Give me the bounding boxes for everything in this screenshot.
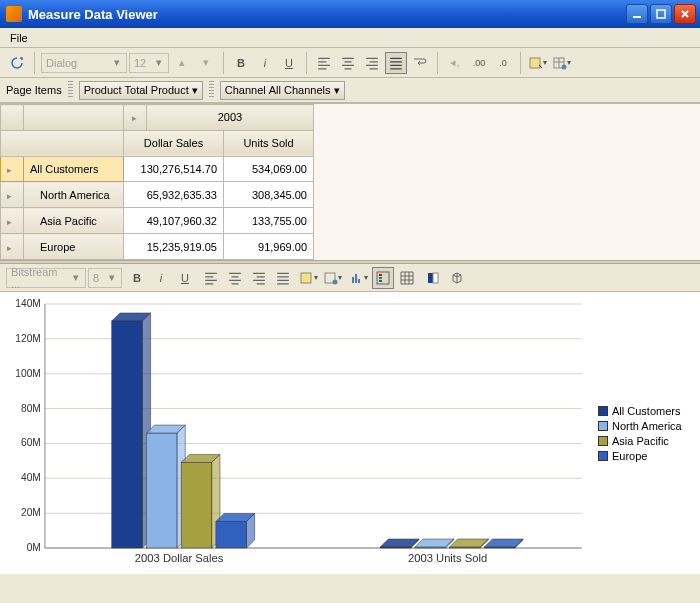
align-center-icon[interactable] xyxy=(337,52,359,74)
chart-italic-button[interactable]: i xyxy=(150,267,172,289)
app-icon xyxy=(6,6,22,22)
format-table-icon[interactable]: ▾ xyxy=(551,52,573,74)
align-left-icon[interactable] xyxy=(313,52,335,74)
svg-point-7 xyxy=(333,279,338,284)
chart-align-center-icon[interactable] xyxy=(224,267,246,289)
svg-rect-38 xyxy=(146,433,177,548)
corner-cell xyxy=(1,105,24,131)
menu-file[interactable]: File xyxy=(4,30,34,46)
wrap-text-icon[interactable] xyxy=(409,52,431,74)
legend-toggle-icon[interactable] xyxy=(372,267,394,289)
italic-button[interactable]: i xyxy=(254,52,276,74)
toolbar-formatting: Dialog▾ 12▾ ▴ ▾ B i U ◂, .00 .0 ▾ ▾ xyxy=(0,48,700,78)
data-grid[interactable]: ▸ 2003 Dollar Sales Units Sold ▸ All Cus… xyxy=(0,104,314,260)
chart-font-family-select[interactable]: Bitstream ...▾ xyxy=(6,268,86,288)
decimal-decrease-icon[interactable]: .0 xyxy=(492,52,514,74)
col-dollar-sales[interactable]: Dollar Sales xyxy=(124,130,224,156)
chart-properties-icon[interactable]: ▾ xyxy=(322,267,344,289)
row-expand-icon[interactable]: ▸ xyxy=(1,156,24,182)
legend-item[interactable]: All Customers xyxy=(598,405,694,417)
chart-bold-button[interactable]: B xyxy=(126,267,148,289)
3d-view-icon[interactable] xyxy=(446,267,468,289)
svg-point-4 xyxy=(562,64,567,69)
svg-rect-41 xyxy=(181,462,212,548)
cell-value[interactable]: 308,345.00 xyxy=(224,182,314,208)
window-title: Measure Data Viewer xyxy=(28,7,626,22)
chart-align-left-icon[interactable] xyxy=(200,267,222,289)
chevron-down-icon: ▾ xyxy=(192,84,198,97)
cell-value[interactable]: 65,932,635.33 xyxy=(124,182,224,208)
col-year[interactable]: 2003 xyxy=(147,105,314,131)
page-item-channel[interactable]: Channel All Channels ▾ xyxy=(220,81,345,100)
legend-item[interactable]: North America xyxy=(598,420,694,432)
maximize-button[interactable] xyxy=(650,4,672,24)
row-europe[interactable]: Europe xyxy=(24,234,124,260)
grip-icon[interactable] xyxy=(209,81,214,99)
svg-text:20M: 20M xyxy=(21,507,41,518)
legend-item[interactable]: Europe xyxy=(598,450,694,462)
svg-rect-15 xyxy=(428,273,433,283)
cell-value[interactable]: 91,969.00 xyxy=(224,234,314,260)
toolbar-chart: Bitstream ...▾ 8▾ B i U ▾ ▾ ▾ xyxy=(0,264,700,292)
chart-pane: 0M20M40M60M80M100M120M140M2003 Dollar Sa… xyxy=(0,292,700,574)
row-expand-icon[interactable]: ▸ xyxy=(1,234,24,260)
decimal-increase-icon[interactable]: .00 xyxy=(468,52,490,74)
cell-value[interactable]: 133,755.00 xyxy=(224,208,314,234)
svg-text:0M: 0M xyxy=(27,542,41,553)
font-size-increase-icon[interactable]: ▴ xyxy=(171,52,193,74)
row-north-america[interactable]: North America xyxy=(24,182,124,208)
svg-rect-5 xyxy=(301,273,311,283)
align-justify-icon[interactable] xyxy=(385,52,407,74)
svg-rect-11 xyxy=(377,272,389,284)
legend-item[interactable]: Asia Pacific xyxy=(598,435,694,447)
data-grid-pane: ▸ 2003 Dollar Sales Units Sold ▸ All Cus… xyxy=(0,104,700,260)
grip-icon[interactable] xyxy=(68,81,73,99)
svg-text:2003 Units Sold: 2003 Units Sold xyxy=(408,552,487,564)
row-all-customers[interactable]: All Customers xyxy=(24,156,124,182)
row-expand-icon[interactable]: ▸ xyxy=(1,208,24,234)
page-item-product[interactable]: Product Total Product ▾ xyxy=(79,81,203,100)
svg-rect-16 xyxy=(433,273,438,283)
chart-align-right-icon[interactable] xyxy=(248,267,270,289)
svg-rect-12 xyxy=(379,274,382,276)
cell-value[interactable]: 49,107,960.32 xyxy=(124,208,224,234)
row-asia-pacific[interactable]: Asia Pacific xyxy=(24,208,124,234)
svg-rect-0 xyxy=(633,16,641,18)
svg-rect-1 xyxy=(657,10,665,18)
expand-year-icon[interactable]: ▸ xyxy=(124,105,147,131)
cell-value[interactable]: 15,235,919.05 xyxy=(124,234,224,260)
format-cells-icon[interactable]: ▾ xyxy=(527,52,549,74)
page-items-label: Page Items xyxy=(6,84,62,96)
gridlines-icon[interactable] xyxy=(396,267,418,289)
col-units-sold[interactable]: Units Sold xyxy=(224,130,314,156)
svg-text:40M: 40M xyxy=(21,472,41,483)
svg-text:100M: 100M xyxy=(15,368,41,379)
font-family-select[interactable]: Dialog▾ xyxy=(41,53,127,73)
row-expand-icon[interactable]: ▸ xyxy=(1,182,24,208)
svg-text:2003 Dollar Sales: 2003 Dollar Sales xyxy=(135,552,224,564)
minimize-button[interactable] xyxy=(626,4,648,24)
refresh-icon[interactable] xyxy=(6,52,28,74)
fill-color-icon[interactable] xyxy=(422,267,444,289)
svg-rect-9 xyxy=(355,274,357,283)
align-right-icon[interactable] xyxy=(361,52,383,74)
font-size-select[interactable]: 12▾ xyxy=(129,53,169,73)
chart-underline-button[interactable]: U xyxy=(174,267,196,289)
corner-cell xyxy=(24,105,124,131)
chart-align-justify-icon[interactable] xyxy=(272,267,294,289)
svg-rect-14 xyxy=(379,280,382,282)
indent-decrease-icon[interactable]: ◂, xyxy=(444,52,466,74)
svg-rect-13 xyxy=(379,277,382,279)
chart-type-bar-icon[interactable]: ▾ xyxy=(348,267,370,289)
bold-button[interactable]: B xyxy=(230,52,252,74)
close-button[interactable] xyxy=(674,4,696,24)
font-size-decrease-icon[interactable]: ▾ xyxy=(195,52,217,74)
svg-text:80M: 80M xyxy=(21,403,41,414)
chart-plot[interactable]: 0M20M40M60M80M100M120M140M2003 Dollar Sa… xyxy=(0,292,592,574)
cell-value[interactable]: 534,069.00 xyxy=(224,156,314,182)
cell-value[interactable]: 130,276,514.70 xyxy=(124,156,224,182)
underline-button[interactable]: U xyxy=(278,52,300,74)
chart-font-size-select[interactable]: 8▾ xyxy=(88,268,122,288)
chart-format-icon[interactable]: ▾ xyxy=(298,267,320,289)
chevron-down-icon: ▾ xyxy=(334,84,340,97)
